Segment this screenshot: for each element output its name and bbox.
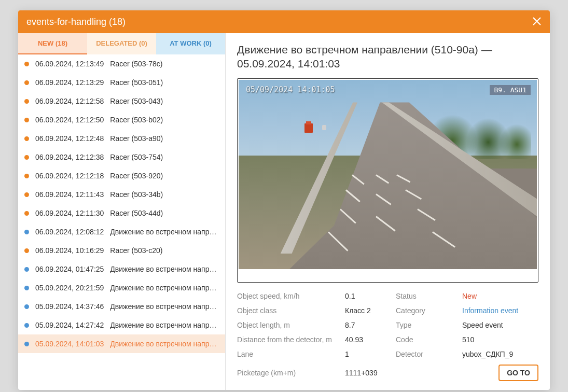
label-object-speed: Object speed, km/h: [237, 292, 341, 300]
status-dot-icon: [24, 62, 29, 66]
event-item[interactable]: 06.09.2024, 01:47:25Движение во встречно…: [18, 260, 225, 278]
status-dot-icon: [24, 136, 29, 141]
event-description: Racer (503-a90): [110, 134, 163, 143]
event-item[interactable]: 06.09.2024, 12:11:43Racer (503-34b): [18, 185, 225, 204]
camera-frame: 05/09/2024 14:01:05 B9. ASU1: [237, 78, 538, 283]
event-item[interactable]: 06.09.2024, 12:12:58Racer (503-043): [18, 92, 225, 110]
event-timestamp: 05.09.2024, 20:21:59: [35, 284, 104, 292]
event-timestamp: 06.09.2024, 12:12:38: [35, 153, 104, 161]
event-item[interactable]: 06.09.2024, 12:11:30Racer (503-44d): [18, 204, 225, 222]
event-description: Движение во встречном напр…: [110, 265, 216, 273]
event-item[interactable]: 06.09.2024, 12:12:38Racer (503-754): [18, 148, 225, 166]
event-list[interactable]: 06.09.2024, 12:13:49Racer (503-78c)06.09…: [18, 54, 225, 390]
status-dot-icon: [24, 304, 29, 309]
event-description: Racer (503-920): [110, 172, 163, 180]
event-description: Racer (503-051): [110, 78, 163, 87]
event-timestamp: 06.09.2024, 12:12:18: [35, 172, 104, 180]
details-grid: Object speed, km/h 0.1 Status New Object…: [237, 292, 538, 381]
event-timestamp: 06.09.2024, 12:13:49: [35, 60, 104, 68]
event-item[interactable]: 06.09.2024, 12:13:49Racer (503-78c): [18, 54, 225, 73]
event-description: Движение во встречном напр…: [110, 228, 216, 236]
modal-header: events-for-handling (18): [18, 10, 550, 33]
value-lane: 1: [345, 350, 392, 358]
event-item[interactable]: 06.09.2024, 12:08:12Движение во встречно…: [18, 222, 225, 241]
value-object-speed: 0.1: [345, 292, 392, 300]
label-distance: Distance from the detector, m: [237, 335, 341, 344]
event-timestamp: 06.09.2024, 12:13:29: [35, 78, 104, 87]
value-category[interactable]: Information event: [462, 306, 538, 315]
event-item[interactable]: 05.09.2024, 14:37:46Движение во встречно…: [18, 297, 225, 316]
status-dot-icon: [24, 211, 29, 216]
status-dot-icon: [24, 342, 29, 346]
label-picketage: Picketage (km+m): [237, 369, 341, 377]
event-timestamp: 06.09.2024, 01:47:25: [35, 265, 104, 273]
event-timestamp: 06.09.2024, 10:16:29: [35, 246, 104, 255]
event-description: Racer (503-b02): [110, 116, 163, 124]
label-object-length: Object length, m: [237, 321, 341, 329]
event-timestamp: 06.09.2024, 12:12:50: [35, 116, 104, 124]
camera-image: 05/09/2024 14:01:05 B9. ASU1: [239, 80, 537, 269]
event-timestamp: 06.09.2024, 12:12:48: [35, 134, 104, 143]
event-description: Racer (503-c20): [110, 246, 162, 255]
status-dot-icon: [24, 118, 29, 122]
status-dot-icon: [24, 230, 29, 234]
event-item[interactable]: 05.09.2024, 14:01:03Движение во встречно…: [18, 334, 225, 353]
modal-body: NEW (18) DELEGATED (0) AT WORK (0) 06.09…: [18, 33, 550, 390]
label-category: Category: [396, 306, 458, 315]
events-modal: events-for-handling (18) NEW (18) DELEGA…: [18, 10, 550, 390]
right-panel: Движение во встречном направлении (510-9…: [226, 33, 550, 390]
event-item[interactable]: 06.09.2024, 10:16:29Racer (503-c20): [18, 241, 225, 260]
event-description: Движение во встречном напр…: [110, 284, 216, 292]
event-item[interactable]: 05.09.2024, 20:21:59Движение во встречно…: [18, 278, 225, 297]
event-description: Racer (503-78c): [110, 60, 162, 68]
event-item[interactable]: 06.09.2024, 12:13:29Racer (503-051): [18, 73, 225, 92]
tab-new[interactable]: NEW (18): [18, 33, 87, 54]
label-code: Code: [396, 335, 458, 344]
close-icon[interactable]: [532, 16, 542, 28]
event-timestamp: 06.09.2024, 12:11:30: [35, 209, 104, 217]
event-item[interactable]: 06.09.2024, 12:12:50Racer (503-b02): [18, 110, 225, 129]
status-dot-icon: [24, 99, 29, 104]
event-description: Racer (503-043): [110, 97, 163, 105]
event-timestamp: 06.09.2024, 12:11:43: [35, 190, 104, 199]
goto-button[interactable]: GO TO: [498, 365, 538, 381]
status-dot-icon: [24, 323, 29, 328]
status-dot-icon: [24, 248, 29, 253]
event-timestamp: 06.09.2024, 12:08:12: [35, 228, 104, 236]
event-timestamp: 05.09.2024, 14:37:46: [35, 302, 104, 311]
value-picketage: 1111+039: [345, 369, 392, 377]
left-panel: NEW (18) DELEGATED (0) AT WORK (0) 06.09…: [18, 33, 226, 390]
event-timestamp: 05.09.2024, 14:01:03: [35, 340, 104, 348]
tab-at-work[interactable]: AT WORK (0): [156, 33, 225, 54]
label-lane: Lane: [237, 350, 341, 358]
label-status: Status: [396, 292, 458, 300]
camera-timestamp: 05/09/2024 14:01:05: [246, 85, 335, 94]
event-timestamp: 05.09.2024, 14:27:42: [35, 321, 104, 329]
value-detector: yubox_СДКП_9: [462, 350, 538, 358]
label-type: Type: [396, 321, 458, 329]
status-dot-icon: [24, 174, 29, 178]
event-description: Racer (503-754): [110, 153, 163, 161]
event-item[interactable]: 06.09.2024, 12:12:48Racer (503-a90): [18, 129, 225, 148]
event-description: Движение во встречном напр…: [110, 321, 216, 329]
event-item[interactable]: 06.09.2024, 12:12:18Racer (503-920): [18, 166, 225, 185]
value-status: New: [462, 292, 538, 300]
detail-title: Движение во встречном направлении (510-9…: [237, 43, 538, 71]
tab-delegated[interactable]: DELEGATED (0): [87, 33, 156, 54]
status-dot-icon: [24, 192, 29, 197]
tabs: NEW (18) DELEGATED (0) AT WORK (0): [18, 33, 225, 54]
status-dot-icon: [24, 267, 29, 272]
value-code: 510: [462, 335, 538, 344]
event-description: Racer (503-44d): [110, 209, 163, 217]
event-description: Движение во встречном напр…: [110, 340, 216, 348]
value-distance: 40.93: [345, 335, 392, 344]
status-dot-icon: [24, 155, 29, 160]
modal-title: events-for-handling (18): [26, 17, 126, 27]
event-description: Racer (503-34b): [110, 190, 163, 199]
value-type: Speed event: [462, 321, 538, 329]
event-description: Движение во встречном напр…: [110, 302, 216, 311]
event-timestamp: 06.09.2024, 12:12:58: [35, 97, 104, 105]
status-dot-icon: [24, 286, 29, 290]
label-detector: Detector: [396, 350, 458, 358]
event-item[interactable]: 05.09.2024, 14:27:42Движение во встречно…: [18, 316, 225, 334]
